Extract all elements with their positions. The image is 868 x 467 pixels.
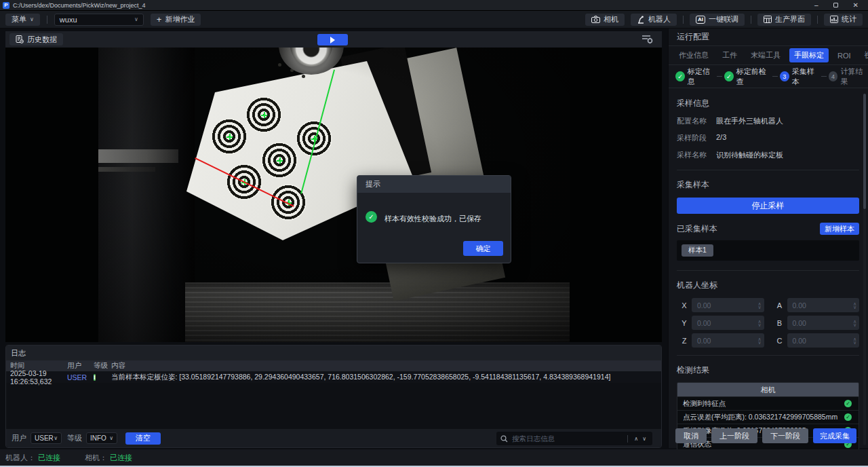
plus-icon: + [157, 16, 162, 23]
robot-button[interactable]: 机器人 [631, 14, 677, 26]
divider [683, 16, 684, 24]
step-label: 标定信息 [688, 67, 715, 87]
run-button[interactable] [317, 34, 348, 45]
display-settings-icon[interactable] [642, 34, 654, 44]
coord-field-a: A 0.00∧∨ [772, 298, 860, 312]
user-filter-select[interactable]: USER ∨ [31, 432, 62, 444]
sampling-stage-label: 采样阶段 [677, 133, 716, 143]
history-data-button[interactable]: 历史数据 [9, 33, 63, 45]
tab-hand-eye-calibration[interactable]: 手眼标定 [789, 48, 829, 62]
app-window: P C:/Users/dex/Documents/PickWiz/new_pro… [0, 0, 868, 467]
spin-down-icon[interactable]: ∨ [853, 341, 856, 344]
chevron-down-icon: ∨ [109, 435, 113, 441]
minimize-icon[interactable]: – [814, 2, 818, 9]
robot-status-label: 机器人： [5, 453, 35, 463]
coord-label: Y [677, 319, 692, 327]
detection-label: 检测到特征点 [683, 399, 726, 409]
bar-chart-icon [830, 16, 838, 23]
chevron-down-icon: ∨ [30, 16, 34, 22]
message-dialog: 提示 ✓ 样本有效性校验成功，已保存 确定 [357, 175, 511, 263]
finish-collection-button[interactable]: 完成采集 [813, 428, 856, 443]
coord-input-x[interactable]: 0.00∧∨ [692, 298, 764, 312]
step-pre-check[interactable]: ✓ 标定前检查 [724, 67, 771, 87]
collect-samples-title: 采集样本 [677, 179, 859, 191]
step-label: 采集样本 [792, 67, 820, 87]
menu-button[interactable]: 菜单 ∨ [5, 14, 40, 26]
tab-workpiece[interactable]: 工件 [717, 48, 742, 62]
user-filter-label: 用户 [12, 433, 26, 443]
coord-field-x: X 0.00∧∨ [677, 298, 764, 312]
info-row: 配置名称 眼在手外三轴机器人 [677, 116, 859, 126]
step-label: 标定前检查 [736, 67, 771, 87]
close-icon[interactable]: ✕ [853, 2, 859, 9]
coord-value: 0.00 [793, 319, 806, 327]
detection-result-title: 检测结果 [677, 365, 859, 376]
spin-down-icon[interactable]: ∨ [757, 323, 761, 326]
panel-scrollbar[interactable] [863, 94, 866, 445]
statusbar: 机器人： 已连接 相机： 已连接 [0, 449, 868, 466]
col-user: 用户 [67, 361, 94, 371]
log-empty-area [6, 383, 661, 429]
stats-button[interactable]: 统计 [824, 14, 863, 26]
window-title: C:/Users/dex/Documents/PickWiz/new_proje… [13, 2, 146, 9]
robot-coords-title: 机器人坐标 [677, 280, 859, 291]
calibration-steps: ✓ 标定信息 ✓ 标定前检查 3 采集样本 4 计算结果 [669, 65, 868, 88]
detection-row: 点云误差(平均距离): 0.036321742999705885mm ✓ [677, 410, 859, 424]
log-search-input[interactable] [512, 434, 623, 443]
spin-down-icon[interactable]: ∨ [757, 341, 761, 344]
coord-field-y: Y 0.00∧∨ [677, 316, 764, 330]
tab-roi[interactable]: ROI [833, 50, 856, 62]
panel-title: 运行配置 [669, 29, 868, 46]
level-filter-select[interactable]: INFO ∨ [86, 432, 117, 444]
work-table [185, 282, 570, 342]
success-check-icon: ✓ [366, 211, 377, 223]
app-logo-icon: P [3, 2, 9, 9]
clear-log-button[interactable]: 清空 [125, 432, 161, 445]
coord-label: C [772, 337, 787, 345]
info-row: 采样名称 识别待触碰的标定板 [677, 150, 859, 160]
camera-button[interactable]: 相机 [585, 14, 625, 26]
coord-input-c[interactable]: 0.00∧∨ [787, 333, 860, 348]
camera-toolbar: 历史数据 [5, 31, 662, 48]
divider [47, 16, 47, 24]
search-next-icon[interactable]: ∨ [640, 436, 648, 442]
dialog-ok-button[interactable]: 确定 [463, 241, 503, 256]
spin-down-icon[interactable]: ∨ [757, 305, 761, 309]
step-calibration-info[interactable]: ✓ 标定信息 [675, 67, 715, 87]
info-row: 采样阶段 2/3 [677, 133, 859, 143]
step-compute-result[interactable]: 4 计算结果 [829, 67, 868, 87]
next-stage-button[interactable]: 下一阶段 [762, 428, 808, 443]
sample-chip[interactable]: 样本1 [682, 244, 713, 257]
spin-down-icon[interactable]: ∨ [853, 305, 856, 309]
new-job-button[interactable]: + 新增作业 [151, 14, 201, 26]
step-collect-samples[interactable]: 3 采集样本 [780, 67, 819, 87]
collected-samples-label: 已采集样本 [677, 223, 717, 235]
sampling-info-title: 采样信息 [677, 98, 859, 109]
coord-input-y[interactable]: 0.00∧∨ [692, 316, 764, 330]
tab-end-tool[interactable]: 末端工具 [746, 48, 785, 62]
cancel-button[interactable]: 取消 [675, 428, 707, 443]
prev-stage-button[interactable]: 上一阶段 [711, 428, 757, 443]
tab-job-info[interactable]: 作业信息 [674, 48, 713, 62]
add-sample-button[interactable]: 新增样本 [820, 223, 859, 235]
coord-value: 0.00 [793, 301, 806, 310]
one-key-link-button[interactable]: AI 一键联调 [690, 14, 745, 26]
divider [751, 16, 751, 24]
spin-down-icon[interactable]: ∨ [853, 323, 856, 326]
panel-content: 采样信息 配置名称 眼在手外三轴机器人 采样阶段 2/3 采样名称 识别待触碰的… [669, 89, 868, 449]
job-select[interactable]: wuxu ∨ [54, 14, 144, 26]
stop-sampling-button[interactable]: 停止采样 [677, 198, 859, 214]
log-row[interactable]: 2025-03-19 16:26:53,632 USER I 当前样本标定板位姿… [6, 371, 661, 383]
tab-vision-params[interactable]: 视觉参数 [860, 48, 868, 62]
coord-field-b: B 0.00∧∨ [772, 316, 860, 330]
coord-input-z[interactable]: 0.00∧∨ [692, 333, 764, 348]
coord-input-b[interactable]: 0.00∧∨ [787, 316, 860, 330]
production-view-button[interactable]: 生产界面 [757, 14, 811, 26]
search-prev-icon[interactable]: ∧ [632, 436, 640, 442]
divider [817, 16, 818, 24]
log-time: 2025-03-19 16:26:53,632 [6, 369, 67, 386]
coord-input-a[interactable]: 0.00∧∨ [787, 298, 860, 312]
restore-icon[interactable] [833, 3, 838, 7]
camera-status-value: 已连接 [110, 453, 132, 463]
coord-field-c: C 0.00∧∨ [772, 333, 860, 348]
